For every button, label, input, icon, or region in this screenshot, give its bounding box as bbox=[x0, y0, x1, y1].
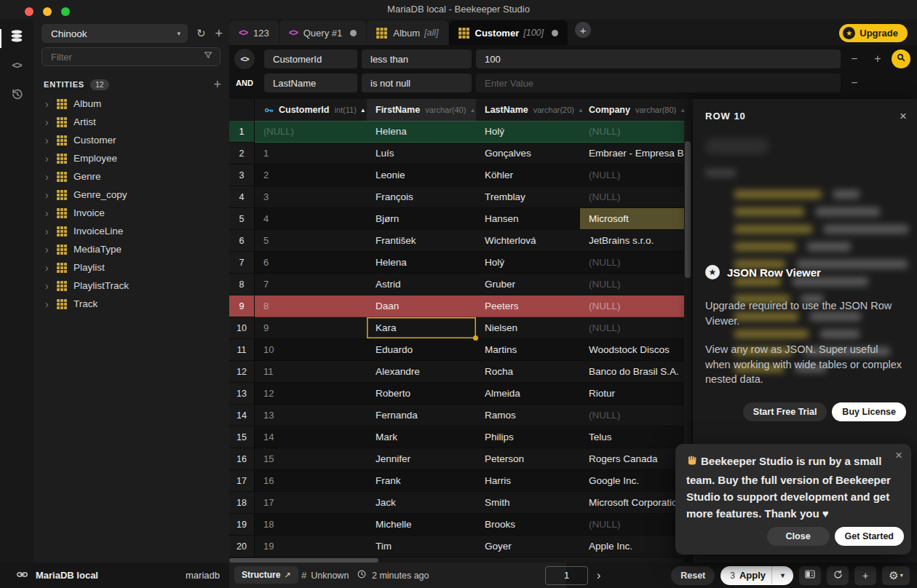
sidebar-item-genre[interactable]: ›Genre bbox=[33, 167, 229, 186]
row-number[interactable]: 15 bbox=[229, 426, 255, 448]
toggle-columns-button[interactable] bbox=[799, 566, 821, 585]
table-cell[interactable]: 1 bbox=[255, 143, 367, 164]
table-cell[interactable]: 12 bbox=[255, 383, 367, 405]
table-cell[interactable]: Apple Inc. bbox=[580, 536, 684, 557]
chevron-right-icon[interactable]: › bbox=[45, 298, 57, 310]
chevron-right-icon[interactable]: › bbox=[45, 244, 57, 255]
chevron-right-icon[interactable]: › bbox=[45, 135, 57, 146]
table-cell[interactable]: Jennifer bbox=[367, 448, 476, 470]
table-cell[interactable]: François bbox=[367, 186, 476, 208]
chevron-right-icon[interactable]: › bbox=[45, 153, 57, 164]
table-cell[interactable]: Telus bbox=[580, 426, 684, 448]
table-cell[interactable]: Nielsen bbox=[476, 317, 580, 339]
table-row[interactable]: 87AstridGruber(NULL) bbox=[229, 274, 684, 295]
tab-123[interactable]: <>123 bbox=[229, 20, 279, 45]
row-number[interactable]: 2 bbox=[229, 143, 255, 164]
chevron-right-icon[interactable]: › bbox=[45, 262, 57, 274]
table-cell[interactable]: Roberto bbox=[367, 383, 476, 405]
table-cell[interactable]: Banco do Brasil S.A. bbox=[580, 361, 684, 383]
table-row[interactable]: 32LeonieKöhler(NULL) bbox=[229, 164, 684, 186]
chevron-right-icon[interactable]: › bbox=[45, 171, 57, 183]
remove-filter-button-2[interactable]: − bbox=[848, 76, 861, 90]
sidebar-item-album[interactable]: ›Album bbox=[33, 95, 229, 113]
table-cell[interactable]: Köhler bbox=[476, 164, 580, 186]
connection-status[interactable]: MariaDB local bbox=[16, 563, 98, 588]
filter-operator-select-2[interactable]: is not null bbox=[362, 74, 472, 92]
sidebar-item-playlisttrack[interactable]: ›PlaylistTrack bbox=[33, 277, 229, 295]
table-cell[interactable]: Astrid bbox=[367, 274, 476, 295]
current-database-label[interactable]: mariadb bbox=[167, 563, 220, 588]
table-cell[interactable]: 5 bbox=[255, 230, 367, 252]
table-cell[interactable]: 11 bbox=[255, 361, 367, 383]
chevron-right-icon[interactable]: › bbox=[45, 226, 57, 237]
last-updated-indicator[interactable]: 2 minutes ago bbox=[357, 563, 429, 588]
table-row[interactable]: 65FrantišekWichterlováJetBrains s.r.o. bbox=[229, 230, 684, 252]
horizontal-scrollbar[interactable] bbox=[229, 557, 684, 563]
new-tab-button[interactable]: + bbox=[575, 22, 591, 38]
remove-filter-button-1[interactable]: − bbox=[848, 52, 861, 65]
table-row[interactable]: 1413FernandaRamos(NULL) bbox=[229, 405, 684, 426]
chevron-right-icon[interactable]: › bbox=[45, 189, 57, 201]
column-header-company[interactable]: Companyvarchar(80)▲ bbox=[580, 99, 684, 121]
table-cell[interactable]: 19 bbox=[255, 536, 367, 557]
table-row[interactable]: 2019TimGoyerApple Inc. bbox=[229, 536, 684, 557]
refresh-entities-button[interactable]: ↻ bbox=[196, 27, 206, 40]
table-cell[interactable]: Martins bbox=[476, 339, 580, 361]
filter-value-input-2[interactable] bbox=[476, 74, 841, 92]
row-number[interactable]: 8 bbox=[229, 274, 255, 295]
toast-get-started-button[interactable]: Get Started bbox=[835, 527, 904, 546]
table-cell[interactable]: Ramos bbox=[476, 405, 580, 426]
table-cell[interactable]: Wichterlová bbox=[476, 230, 580, 252]
add-filter-button[interactable]: + bbox=[871, 52, 884, 65]
table-cell[interactable]: 18 bbox=[255, 514, 367, 536]
sidebar-item-employee[interactable]: ›Employee bbox=[33, 149, 229, 167]
table-cell[interactable]: 15 bbox=[255, 448, 367, 470]
row-number[interactable]: 20 bbox=[229, 536, 255, 557]
table-row[interactable]: 1312RobertoAlmeidaRiotur bbox=[229, 383, 684, 405]
next-page-button[interactable]: › bbox=[597, 569, 600, 582]
structure-button[interactable]: Structure ↗ bbox=[234, 566, 298, 584]
table-cell[interactable]: Daan bbox=[367, 295, 476, 317]
table-cell[interactable]: Fernanda bbox=[367, 405, 476, 426]
table-row[interactable]: 1716FrankHarrisGoogle Inc. bbox=[229, 470, 684, 492]
table-cell[interactable]: Kara bbox=[367, 317, 476, 339]
table-cell[interactable]: JetBrains s.r.o. bbox=[580, 230, 684, 252]
row-number[interactable]: 19 bbox=[229, 514, 255, 536]
table-cell[interactable]: 14 bbox=[255, 426, 367, 448]
table-cell[interactable]: (NULL) bbox=[580, 317, 684, 339]
table-cell[interactable]: Goyer bbox=[476, 536, 580, 557]
table-cell[interactable]: Tremblay bbox=[476, 186, 580, 208]
table-row[interactable]: 1(NULL)HelenaHolý(NULL) bbox=[229, 121, 684, 143]
apply-dropdown-caret[interactable]: ▼ bbox=[772, 572, 793, 579]
table-cell[interactable]: Embraer - Empresa B... bbox=[580, 143, 684, 164]
add-entity-button[interactable]: + bbox=[213, 78, 221, 91]
table-cell[interactable]: Riotur bbox=[580, 383, 684, 405]
toggle-sql-filter-button[interactable]: <> bbox=[234, 49, 255, 69]
table-cell[interactable]: Peeters bbox=[476, 295, 580, 317]
table-cell[interactable]: (NULL) bbox=[580, 186, 684, 208]
column-header-customerid[interactable]: CustomerIdint(11)▲ bbox=[255, 99, 367, 121]
row-number[interactable]: 9 bbox=[229, 295, 255, 317]
table-row[interactable]: 98DaanPeeters(NULL) bbox=[229, 295, 684, 317]
sort-asc-icon[interactable]: ▲ bbox=[360, 107, 366, 114]
table-cell[interactable]: Helena bbox=[367, 121, 476, 143]
start-free-trial-button[interactable]: Start Free Trial bbox=[743, 402, 827, 421]
table-cell[interactable]: Microsoft bbox=[580, 208, 684, 230]
row-number[interactable]: 17 bbox=[229, 470, 255, 492]
table-cell[interactable]: 10 bbox=[255, 339, 367, 361]
filter-conjunction-label[interactable]: AND bbox=[234, 79, 255, 87]
table-cell[interactable]: 17 bbox=[255, 492, 367, 514]
chevron-right-icon[interactable]: › bbox=[45, 207, 57, 219]
table-row[interactable]: 1211AlexandreRochaBanco do Brasil S.A. bbox=[229, 361, 684, 383]
table-cell[interactable]: Harris bbox=[476, 470, 580, 492]
page-number-input[interactable]: 1 bbox=[545, 566, 588, 585]
row-number[interactable]: 16 bbox=[229, 448, 255, 470]
sidebar-item-genre-copy[interactable]: ›Genre_copy bbox=[33, 186, 229, 204]
sidebar-item-track[interactable]: ›Track bbox=[33, 295, 229, 313]
sidebar-tab-queries[interactable]: <> bbox=[0, 52, 33, 77]
table-cell[interactable]: Frank bbox=[367, 470, 476, 492]
filter-operator-select-1[interactable]: less than bbox=[362, 49, 472, 68]
row-number[interactable]: 11 bbox=[229, 339, 255, 361]
table-cell[interactable]: Hansen bbox=[476, 208, 580, 230]
filter-field-input-1[interactable] bbox=[264, 49, 357, 68]
